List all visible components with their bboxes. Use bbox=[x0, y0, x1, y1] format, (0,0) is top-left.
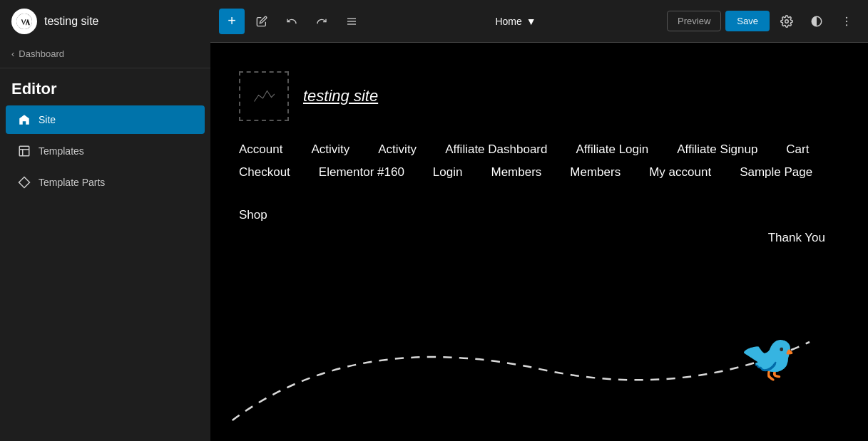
nav-item-login[interactable]: Login bbox=[433, 165, 463, 180]
dashboard-label: Dashboard bbox=[19, 48, 64, 59]
dashboard-back-link[interactable]: ‹ Dashboard bbox=[0, 43, 210, 68]
sidebar-item-templates-label: Templates bbox=[39, 145, 84, 157]
bird-path-svg bbox=[210, 285, 868, 441]
save-button[interactable]: Save bbox=[725, 11, 770, 31]
svg-point-8 bbox=[785, 19, 789, 23]
nav-item-cart[interactable]: Cart bbox=[786, 142, 809, 157]
undo-button[interactable] bbox=[279, 9, 305, 34]
canvas-content: testing site Account Activity Activity A… bbox=[210, 43, 868, 441]
nav-item-activity-2[interactable]: Activity bbox=[378, 142, 417, 157]
svg-rect-1 bbox=[19, 146, 29, 156]
nav-row-3: Thank You bbox=[239, 231, 825, 245]
bird-section: 🐦 bbox=[210, 285, 868, 441]
canvas-nav: Account Activity Activity Affiliate Dash… bbox=[239, 142, 825, 245]
site-name-label: testing site bbox=[44, 15, 98, 28]
nav-item-my-account[interactable]: My account bbox=[649, 165, 711, 180]
nav-item-affiliate-signup[interactable]: Affiliate Signup bbox=[677, 142, 757, 157]
toolbar-center: Home ▼ bbox=[369, 11, 663, 31]
list-view-button[interactable] bbox=[339, 9, 364, 34]
back-chevron-icon: ‹ bbox=[11, 48, 14, 59]
nav-item-activity-1[interactable]: Activity bbox=[311, 142, 349, 157]
diamond-icon bbox=[17, 175, 31, 190]
edit-button[interactable] bbox=[249, 9, 275, 34]
svg-marker-4 bbox=[19, 177, 30, 188]
toolbar: + Home ▼ Preview Save bbox=[210, 0, 868, 43]
nav-item-checkout[interactable]: Checkout bbox=[239, 165, 290, 180]
sidebar: testing site ‹ Dashboard Editor Site Tem… bbox=[0, 0, 210, 441]
chevron-down-icon: ▼ bbox=[526, 16, 536, 27]
page-selector-label: Home bbox=[495, 16, 521, 27]
nav-row-1: Account Activity Activity Affiliate Dash… bbox=[239, 142, 825, 157]
nav-item-affiliate-dashboard[interactable]: Affiliate Dashboard bbox=[445, 142, 547, 157]
layout-icon bbox=[17, 144, 31, 158]
nav-item-sample-page[interactable]: Sample Page bbox=[740, 165, 812, 180]
nav-item-account[interactable]: Account bbox=[239, 142, 282, 157]
home-icon bbox=[17, 113, 31, 127]
sidebar-item-template-parts[interactable]: Template Parts bbox=[6, 168, 205, 197]
nav-item-members-2[interactable]: Members bbox=[570, 165, 621, 180]
svg-point-9 bbox=[846, 16, 847, 18]
more-options-button[interactable] bbox=[834, 9, 859, 34]
nav-item-thank-you[interactable]: Thank You bbox=[768, 231, 825, 245]
nav-item-members-1[interactable]: Members bbox=[491, 165, 541, 180]
site-header: testing site bbox=[239, 71, 825, 121]
main-area: + Home ▼ Preview Save bbox=[210, 0, 868, 441]
sidebar-item-templates[interactable]: Templates bbox=[6, 137, 205, 165]
site-title-canvas: testing site bbox=[303, 87, 378, 105]
nav-row-2: Checkout Elementor #160 Login Members Me… bbox=[239, 165, 825, 222]
nav-item-elementor[interactable]: Elementor #160 bbox=[319, 165, 404, 180]
page-selector-button[interactable]: Home ▼ bbox=[488, 11, 543, 31]
editor-heading: Editor bbox=[0, 68, 210, 104]
svg-point-11 bbox=[846, 24, 847, 26]
site-logo-placeholder bbox=[239, 71, 289, 121]
bird-illustration: 🐦 bbox=[740, 331, 797, 385]
sidebar-item-site-label: Site bbox=[39, 114, 56, 125]
toolbar-right: Preview Save bbox=[667, 9, 859, 34]
sidebar-top-bar: testing site bbox=[0, 0, 210, 43]
sidebar-item-site[interactable]: Site bbox=[6, 105, 205, 134]
canvas: testing site Account Activity Activity A… bbox=[210, 43, 868, 441]
settings-button[interactable] bbox=[774, 9, 800, 34]
style-toggle-button[interactable] bbox=[804, 9, 829, 34]
sidebar-item-template-parts-label: Template Parts bbox=[39, 177, 105, 188]
redo-button[interactable] bbox=[309, 9, 335, 34]
add-block-button[interactable]: + bbox=[219, 9, 245, 34]
svg-point-10 bbox=[846, 20, 847, 21]
wp-logo-icon bbox=[11, 9, 37, 34]
preview-button[interactable]: Preview bbox=[667, 11, 721, 31]
nav-item-shop[interactable]: Shop bbox=[239, 208, 267, 222]
nav-item-affiliate-login[interactable]: Affiliate Login bbox=[576, 142, 648, 157]
